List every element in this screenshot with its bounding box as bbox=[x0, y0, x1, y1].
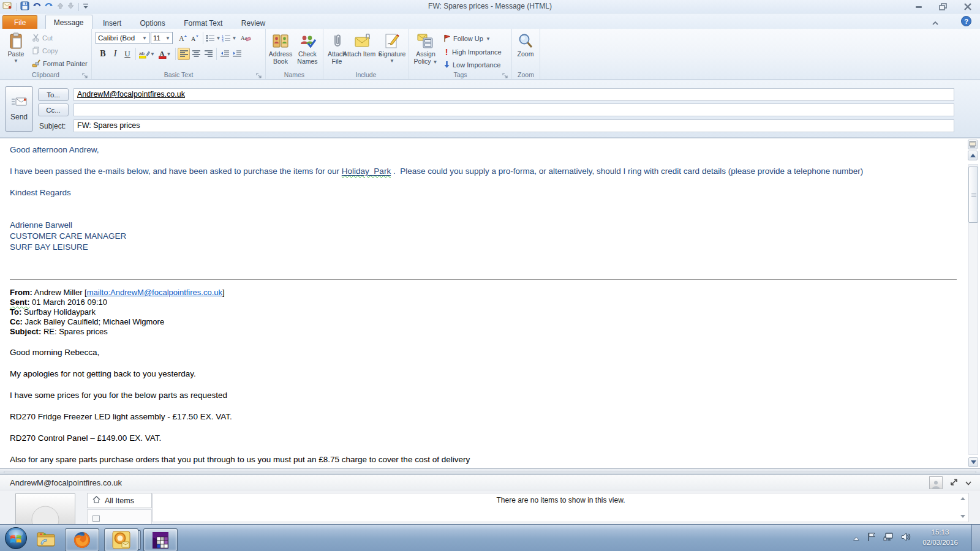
taskbar-explorer-icon[interactable] bbox=[33, 527, 60, 551]
align-right-button[interactable] bbox=[202, 48, 214, 60]
ribbon-group-include: Attach File Attach Item ▼ Signature ▼ In… bbox=[323, 29, 409, 79]
network-icon[interactable] bbox=[883, 532, 894, 544]
mailto-link[interactable]: mailto:AndrewM@focalpointfires.co.uk bbox=[87, 288, 222, 297]
paste-button[interactable]: Paste ▼ bbox=[2, 31, 29, 70]
clear-formatting-button[interactable]: Aa bbox=[239, 32, 252, 44]
people-pane-splitter[interactable] bbox=[0, 468, 980, 475]
font-color-button[interactable]: A▼ bbox=[156, 48, 173, 60]
zoom-button[interactable]: Zoom bbox=[513, 31, 538, 70]
redo-button[interactable] bbox=[44, 1, 54, 12]
people-pane-chevron-icon[interactable] bbox=[965, 478, 971, 487]
tags-dialog-launcher-icon[interactable] bbox=[502, 70, 510, 78]
format-painter-button[interactable]: Format Painter bbox=[32, 58, 88, 69]
tab-review[interactable]: Review bbox=[233, 16, 273, 30]
save-button[interactable] bbox=[20, 1, 29, 13]
people-pane-tab-all-items[interactable]: All Items bbox=[87, 493, 152, 508]
shrink-font-button[interactable]: A bbox=[189, 32, 201, 44]
start-button[interactable] bbox=[4, 526, 28, 551]
body-paragraph: Good morning Rebecca, bbox=[10, 347, 957, 358]
text-highlight-button[interactable]: ab▼ bbox=[138, 48, 156, 60]
expand-people-pane-icon[interactable] bbox=[950, 478, 958, 488]
attach-item-button[interactable]: Attach Item ▼ bbox=[349, 31, 376, 70]
cc-button[interactable]: Cc... bbox=[38, 103, 69, 116]
subject-field[interactable]: FW: Spares prices bbox=[74, 119, 954, 132]
italic-button[interactable]: I bbox=[109, 48, 121, 60]
body-scrollbar[interactable] bbox=[968, 140, 979, 467]
align-left-button[interactable] bbox=[178, 48, 190, 60]
message-header-panel: Send To... Cc... Subject: AndrewM@focalp… bbox=[0, 80, 980, 138]
scroll-up-button[interactable] bbox=[968, 151, 978, 160]
low-importance-button[interactable]: Low Importance bbox=[443, 59, 502, 70]
people-pane-header: AndrewM@focalpointfires.co.uk bbox=[0, 475, 980, 490]
high-importance-icon: ! bbox=[443, 47, 450, 57]
signature-button[interactable]: Signature ▼ bbox=[376, 31, 408, 70]
ruler-toggle-icon[interactable] bbox=[968, 140, 978, 149]
undo-button[interactable] bbox=[32, 1, 42, 12]
scroll-thumb[interactable] bbox=[968, 167, 978, 223]
customize-qat-button[interactable] bbox=[83, 1, 89, 12]
check-names-button[interactable]: Check Names bbox=[294, 31, 321, 70]
taskbar-firefox-button[interactable] bbox=[65, 528, 99, 551]
app-mail-icon bbox=[2, 1, 12, 12]
minimize-ribbon-icon[interactable] bbox=[932, 17, 939, 28]
cc-field[interactable] bbox=[74, 103, 954, 116]
send-button[interactable]: Send bbox=[5, 86, 33, 132]
follow-up-button[interactable]: Follow Up ▼ bbox=[443, 33, 502, 44]
underline-button[interactable]: U bbox=[121, 48, 134, 60]
show-desktop-button[interactable] bbox=[971, 525, 980, 551]
tab-insert[interactable]: Insert bbox=[95, 16, 129, 30]
fwd-from-line: From: Andrew Miller [mailto:AndrewM@foca… bbox=[10, 288, 957, 298]
scroll-down-button[interactable] bbox=[968, 457, 978, 467]
tab-options[interactable]: Options bbox=[132, 16, 173, 30]
message-body-area: Good afternoon Andrew, I have been passe… bbox=[0, 138, 980, 468]
taskbar-legacy-app-button[interactable] bbox=[143, 528, 178, 551]
body-paragraph: I have been passed the e-mails below, an… bbox=[10, 166, 957, 177]
high-importance-button[interactable]: ! High Importance bbox=[443, 47, 502, 58]
show-hidden-icons-button[interactable] bbox=[853, 533, 860, 544]
clipboard-dialog-launcher-icon[interactable] bbox=[82, 70, 89, 78]
bold-button[interactable]: B bbox=[97, 48, 109, 60]
address-book-button[interactable]: Address Book bbox=[267, 31, 294, 70]
assign-policy-icon bbox=[417, 32, 434, 50]
home-icon bbox=[92, 496, 100, 505]
svg-text:3: 3 bbox=[222, 39, 224, 42]
decrease-indent-button[interactable] bbox=[219, 48, 231, 60]
help-icon[interactable]: ? bbox=[961, 16, 971, 29]
next-item-button[interactable] bbox=[67, 1, 75, 12]
copy-button[interactable]: Copy bbox=[32, 45, 88, 56]
mail-tab-icon bbox=[92, 513, 100, 524]
basic-text-dialog-launcher-icon[interactable] bbox=[256, 70, 263, 78]
minimize-button[interactable] bbox=[914, 2, 924, 11]
taskbar-outlook-button[interactable] bbox=[104, 528, 138, 551]
group-label-clipboard: Clipboard bbox=[0, 71, 91, 78]
tab-file[interactable]: File bbox=[2, 15, 37, 30]
to-button[interactable]: To... bbox=[38, 88, 69, 101]
align-center-button[interactable] bbox=[190, 48, 202, 60]
body-paragraph: Also for any spare parts purchase orders… bbox=[10, 454, 957, 465]
paste-icon bbox=[9, 32, 23, 50]
volume-icon[interactable] bbox=[901, 532, 911, 544]
numbering-button[interactable]: 123▼ bbox=[221, 32, 237, 44]
grow-font-button[interactable]: A bbox=[176, 32, 189, 44]
tab-format-text[interactable]: Format Text bbox=[176, 16, 230, 30]
ribbon-group-basic-text: Calibri (Bod▼ 11▼ A A ▼ 123▼ bbox=[92, 29, 266, 79]
font-name-select[interactable]: Calibri (Bod▼ bbox=[96, 32, 149, 44]
previous-item-button[interactable] bbox=[56, 1, 64, 12]
assign-policy-button[interactable]: Assign Policy ▼ bbox=[412, 31, 440, 70]
message-body-editor[interactable]: Good afternoon Andrew, I have been passe… bbox=[0, 138, 967, 468]
people-pane-scrollbar[interactable] bbox=[959, 497, 967, 518]
close-button[interactable] bbox=[963, 2, 973, 11]
action-center-flag-icon[interactable] bbox=[867, 532, 876, 544]
bullets-button[interactable]: ▼ bbox=[205, 32, 221, 44]
body-paragraph: RD270 Fridge Freezer LED light assembly … bbox=[10, 411, 957, 422]
restore-button[interactable] bbox=[938, 2, 948, 11]
body-paragraph: Kindest Regards bbox=[10, 187, 957, 198]
fwd-to-line: To: Surfbay Holidaypark bbox=[10, 307, 957, 317]
tab-message[interactable]: Message bbox=[45, 15, 92, 30]
taskbar-clock[interactable]: 15:13 02/03/2016 bbox=[914, 527, 967, 548]
font-size-select[interactable]: 11▼ bbox=[151, 32, 173, 44]
increase-indent-button[interactable] bbox=[231, 48, 243, 60]
to-field[interactable]: AndrewM@focalpointfires.co.uk bbox=[74, 88, 954, 101]
qat-separator bbox=[16, 3, 17, 11]
cut-button[interactable]: Cut bbox=[32, 32, 88, 43]
